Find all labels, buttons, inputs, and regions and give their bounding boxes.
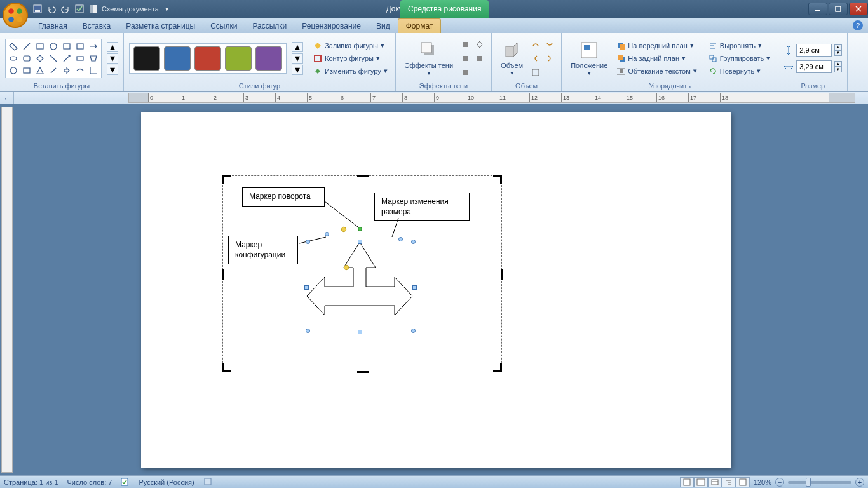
resize-handle-bm[interactable]: [358, 330, 362, 334]
qat-doc-map-icon[interactable]: [88, 3, 99, 15]
tab-references[interactable]: Ссылки: [203, 19, 245, 33]
document-page[interactable]: Маркер поворота Маркер измененияразмера …: [141, 112, 731, 468]
height-icon: [783, 45, 794, 55]
tab-review[interactable]: Рецензирование: [294, 19, 369, 33]
style-swatch-3[interactable]: [194, 46, 221, 71]
horizontal-ruler[interactable]: 0123456789101112131415161718: [128, 93, 855, 103]
status-macro-icon[interactable]: [203, 477, 212, 487]
resize-handle-br[interactable]: [411, 329, 416, 333]
tilt-right-icon[interactable]: [543, 52, 556, 65]
qat-more-icon[interactable]: ▼: [161, 3, 173, 15]
tab-format[interactable]: Формат: [398, 18, 442, 33]
status-language[interactable]: Русский (Россия): [139, 478, 194, 486]
tab-page-layout[interactable]: Разметка страницы: [118, 19, 203, 33]
style-swatch-5[interactable]: [255, 46, 282, 71]
zoom-level[interactable]: 120%: [754, 478, 771, 486]
height-up[interactable]: ▴: [834, 44, 842, 50]
group-volume-label: Объем: [497, 81, 556, 90]
width-down[interactable]: ▾: [834, 67, 842, 72]
drawing-canvas[interactable]: Маркер поворота Маркер измененияразмера …: [222, 175, 502, 372]
resize-handle-tl[interactable]: [306, 240, 310, 244]
style-down-icon[interactable]: ▾: [292, 53, 303, 64]
tab-view[interactable]: Вид: [369, 19, 398, 33]
tab-insert[interactable]: Вставка: [75, 19, 119, 33]
resize-handle-bl[interactable]: [306, 329, 310, 333]
shadow-effects-button[interactable]: Эффекты тени▼: [401, 39, 457, 78]
view-outline[interactable]: [722, 477, 736, 487]
view-web-layout[interactable]: [708, 477, 722, 487]
style-more-icon[interactable]: ▾: [292, 65, 303, 75]
tilt-down-icon[interactable]: [543, 38, 556, 51]
resize-handle-mr[interactable]: [412, 285, 417, 290]
style-up-icon[interactable]: ▴: [292, 42, 303, 52]
ruler-corner[interactable]: ⌐: [0, 92, 14, 104]
callout-handle-2[interactable]: [398, 237, 403, 241]
callout-resize[interactable]: Маркер измененияразмера: [374, 193, 470, 221]
resize-handle-tm[interactable]: [358, 240, 362, 244]
shadow-nudge-left-icon[interactable]: [459, 52, 472, 65]
qat-undo-icon[interactable]: [46, 3, 57, 15]
gallery-down-icon[interactable]: ▾: [107, 53, 118, 64]
status-page[interactable]: Страница: 1 из 1: [4, 478, 58, 486]
qat-save-icon[interactable]: [32, 3, 43, 15]
callout-rotation[interactable]: Маркер поворота: [242, 187, 325, 207]
rotation-handle[interactable]: [358, 227, 362, 231]
shadow-nudge-up-icon[interactable]: [459, 38, 472, 51]
resize-handle-ml[interactable]: [304, 285, 309, 290]
change-shape-button[interactable]: Изменить фигуру ▾: [311, 65, 390, 77]
depth-icon[interactable]: [529, 66, 542, 79]
status-proofing-icon[interactable]: [121, 477, 130, 487]
zoom-slider[interactable]: [788, 481, 851, 484]
svg-point-18: [10, 57, 17, 60]
shapes-gallery[interactable]: [5, 39, 102, 78]
qat-checkbox-icon[interactable]: [74, 3, 85, 15]
group-button[interactable]: Группировать ▾: [706, 53, 773, 64]
svg-rect-21: [77, 57, 83, 60]
rotate-button[interactable]: Повернуть ▾: [706, 65, 773, 77]
view-full-screen[interactable]: [694, 477, 708, 487]
tab-home[interactable]: Главная: [31, 19, 75, 33]
align-button[interactable]: Выровнять ▾: [706, 40, 773, 51]
selected-arrow-shape[interactable]: [306, 237, 414, 332]
shadow-nudge-down-icon[interactable]: [459, 66, 472, 79]
send-back-button[interactable]: На задний план ▾: [614, 53, 700, 64]
help-button[interactable]: ?: [853, 20, 863, 30]
width-input[interactable]: [796, 60, 832, 73]
position-button[interactable]: Положение▼: [567, 39, 611, 78]
view-print-layout[interactable]: [680, 477, 694, 487]
volume-button[interactable]: Объем▼: [497, 39, 527, 78]
style-swatch-1[interactable]: [133, 46, 160, 71]
height-down[interactable]: ▾: [834, 50, 842, 56]
status-words[interactable]: Число слов: 7: [67, 478, 112, 486]
gallery-more-icon[interactable]: ▾: [107, 65, 118, 75]
zoom-in-button[interactable]: +: [855, 478, 864, 487]
bring-front-button[interactable]: На передний план ▾: [614, 40, 700, 51]
style-swatch-2[interactable]: [164, 46, 191, 71]
tab-mailings[interactable]: Рассылки: [245, 19, 294, 33]
height-input[interactable]: [796, 44, 832, 57]
tilt-up-icon[interactable]: [529, 38, 542, 51]
shape-fill-button[interactable]: Заливка фигуры ▾: [311, 40, 390, 51]
minimize-button[interactable]: [808, 3, 827, 15]
callout-config[interactable]: Маркерконфигурации: [228, 236, 298, 264]
qat-doc-map-label[interactable]: Схема документа: [102, 5, 159, 13]
tilt-left-icon[interactable]: [529, 52, 542, 65]
zoom-out-button[interactable]: −: [775, 478, 784, 487]
close-button[interactable]: [849, 3, 868, 15]
ribbon-tabs: Главная Вставка Разметка страницы Ссылки…: [0, 18, 868, 33]
text-wrap-button[interactable]: Обтекание текстом ▾: [614, 65, 700, 77]
width-up[interactable]: ▴: [834, 61, 842, 67]
shadow-nudge-icon[interactable]: [473, 38, 486, 51]
resize-handle-tr[interactable]: [411, 240, 416, 244]
gallery-up-icon[interactable]: ▴: [107, 42, 118, 52]
shape-outline-button[interactable]: Контур фигуры ▾: [311, 53, 390, 64]
view-draft[interactable]: [736, 477, 750, 487]
style-swatch-4[interactable]: [225, 46, 252, 71]
callout-handle-1[interactable]: [325, 232, 329, 236]
qat-redo-icon[interactable]: [60, 3, 71, 15]
style-gallery[interactable]: [129, 43, 287, 74]
vertical-ruler[interactable]: [1, 107, 13, 473]
maximize-button[interactable]: [829, 3, 848, 15]
shadow-nudge-right-icon[interactable]: [473, 52, 486, 65]
office-button[interactable]: [3, 3, 28, 28]
